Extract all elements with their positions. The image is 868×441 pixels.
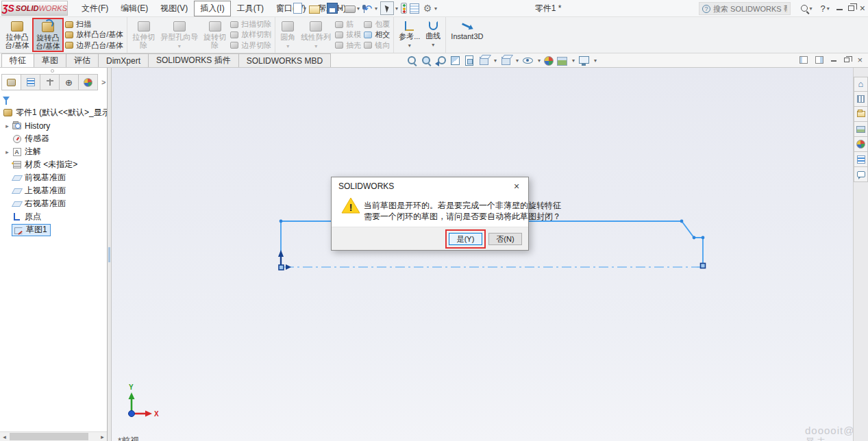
file-explorer-button[interactable] [854,107,868,122]
wrap-button[interactable]: 包覆 [364,19,390,29]
pane-left-icon[interactable] [799,56,808,64]
menu-insert[interactable]: 插入(I) [194,1,230,16]
lofted-cut-button[interactable]: 放样切割 [230,29,271,40]
document-restore-button[interactable] [844,58,850,62]
select-button[interactable]: ▾ [379,1,399,16]
dialog-close-button[interactable]: × [505,177,528,195]
previous-view-icon[interactable] [435,55,446,66]
undo-button[interactable]: ↶▾ [361,1,379,16]
options-button[interactable]: ⚙▾ [421,1,438,16]
dropdown-arrow-icon[interactable]: ▾ [303,5,306,12]
home-button[interactable]: ⌂ [854,77,868,92]
extruded-boss-base-button[interactable]: 拉伸凸 台/基体 [2,18,32,52]
sketch-endpoint[interactable] [279,265,284,270]
tree-filter-row[interactable] [3,93,104,104]
menu-file[interactable]: 文件(F) [75,1,114,16]
appearances-button[interactable] [854,137,868,152]
tab-features[interactable]: 特征 [1,53,34,67]
property-manager-tab[interactable] [21,74,40,90]
search-help-button[interactable]: ▾ [799,1,814,16]
custom-properties-button[interactable] [854,152,868,167]
document-minimize-button[interactable] [831,60,836,62]
zoom-to-fit-icon[interactable] [406,55,417,66]
tree-item-top-plane[interactable]: 上视基准面 [0,184,107,197]
file-properties-button[interactable] [408,1,421,16]
hole-wizard-button[interactable]: 异型孔向导 ▾ [158,18,201,52]
dropdown-arrow-icon[interactable]: ▾ [434,5,437,12]
fillet-button[interactable]: 圆角 ▾ [277,18,298,52]
menu-view[interactable]: 视图(V) [154,1,194,16]
tree-item-sketch1[interactable]: 草图1 [0,223,107,236]
yes-button[interactable]: 是(Y) [449,233,482,245]
dropdown-arrow-icon[interactable]: ▾ [810,5,813,12]
scroll-left-icon[interactable]: ◂ [0,433,9,440]
dropdown-arrow-icon[interactable]: ▾ [516,58,519,64]
tab-dimxpert[interactable]: DimXpert [98,53,149,67]
tab-evaluate[interactable]: 评估 [66,53,99,67]
dropdown-arrow-icon[interactable]: ▾ [538,58,541,64]
boundary-boss-base-button[interactable]: 边界凸台/基体 [65,40,123,51]
dimxpert-manager-tab[interactable]: ⊕ [59,74,79,90]
save-button[interactable]: ▾ [325,1,343,16]
curves-button[interactable]: 曲线 ▾ [423,18,443,52]
mirror-button[interactable]: 镜向 [364,40,390,51]
panel-expand-button[interactable]: > [101,78,106,86]
sketch-vertex[interactable] [693,236,696,240]
rib-button[interactable]: 筋 [335,19,361,29]
tree-item-sensors[interactable]: 传感器 [0,132,107,145]
swept-cut-button[interactable]: 扫描切除 [230,19,271,29]
tree-item-right-plane[interactable]: 右视基准面 [0,197,107,210]
configuration-manager-tab[interactable] [40,74,60,90]
view-settings-icon[interactable] [578,55,589,66]
dropdown-arrow-icon[interactable]: ▾ [321,5,324,12]
revolved-cut-button[interactable]: 旋转切 除 [201,18,229,52]
tree-item-front-plane[interactable]: 前视基准面 [0,171,107,184]
pane-right-icon[interactable] [815,56,823,64]
close-button[interactable]: × [860,3,865,13]
scroll-right-icon[interactable]: ▸ [98,433,107,440]
forum-button[interactable] [854,167,868,182]
extruded-cut-button[interactable]: 拉伸切 除 [129,18,158,52]
linear-pattern-button[interactable]: 线性阵列 ▾ [298,18,334,52]
dropdown-arrow-icon[interactable]: ▾ [395,5,398,12]
menu-edit[interactable]: 编辑(E) [114,1,154,16]
new-document-button[interactable]: ▾ [292,1,308,16]
sketch-vertex[interactable] [680,220,684,223]
dropdown-arrow-icon[interactable]: ▾ [314,42,317,51]
dropdown-arrow-icon[interactable]: ▾ [286,42,289,51]
view-palette-button[interactable] [854,122,868,137]
dropdown-arrow-icon[interactable]: ▾ [375,5,377,12]
feature-manager-tab[interactable] [1,74,21,90]
dropdown-arrow-icon[interactable]: ▾ [408,42,411,50]
tab-solidworks-addins[interactable]: SOLIDWORKS 插件 [148,53,239,67]
intersect-button[interactable]: 相交 [364,29,390,40]
sketch-canvas[interactable]: Y X [112,68,853,441]
sketch-endpoint[interactable] [701,264,706,268]
lofted-boss-base-button[interactable]: 放样凸台/基体 [65,29,123,40]
revolved-boss-base-button[interactable]: 旋转凸 台/基体 [32,18,64,52]
scrollbar-track[interactable] [9,432,98,441]
tree-item-annotations[interactable]: ▸ 注解 [0,145,107,158]
dropdown-arrow-icon[interactable]: ▾ [178,42,181,51]
swept-boss-base-button[interactable]: 扫描 [65,19,123,29]
restore-button[interactable] [848,5,854,11]
tab-sketch[interactable]: 草图 [34,53,66,67]
dropdown-arrow-icon[interactable]: ▾ [594,58,597,64]
3d-drawing-view-icon[interactable] [464,55,475,66]
dropdown-arrow-icon[interactable]: ▾ [432,41,434,49]
reference-geometry-button[interactable]: 参考... ▾ [396,18,423,52]
tree-item-material[interactable]: 材质 <未指定> [0,158,107,171]
tab-solidworks-mbd[interactable]: SOLIDWORKS MBD [238,53,331,67]
apply-scene-icon[interactable] [557,57,567,66]
expander-icon[interactable]: ▸ [3,149,12,155]
instant3d-button[interactable]: Instant3D [448,18,486,52]
search-input[interactable] [713,5,787,13]
display-manager-tab[interactable] [78,74,98,90]
sketch-vertex[interactable] [702,236,705,240]
boundary-cut-button[interactable]: 边界切除 [230,40,271,51]
view-orientation-icon[interactable] [478,55,489,66]
edit-appearance-icon[interactable] [544,56,554,66]
section-view-icon[interactable] [449,55,460,66]
search-box[interactable]: ? [699,2,791,15]
tree-item-origin[interactable]: 原点 [0,210,107,223]
